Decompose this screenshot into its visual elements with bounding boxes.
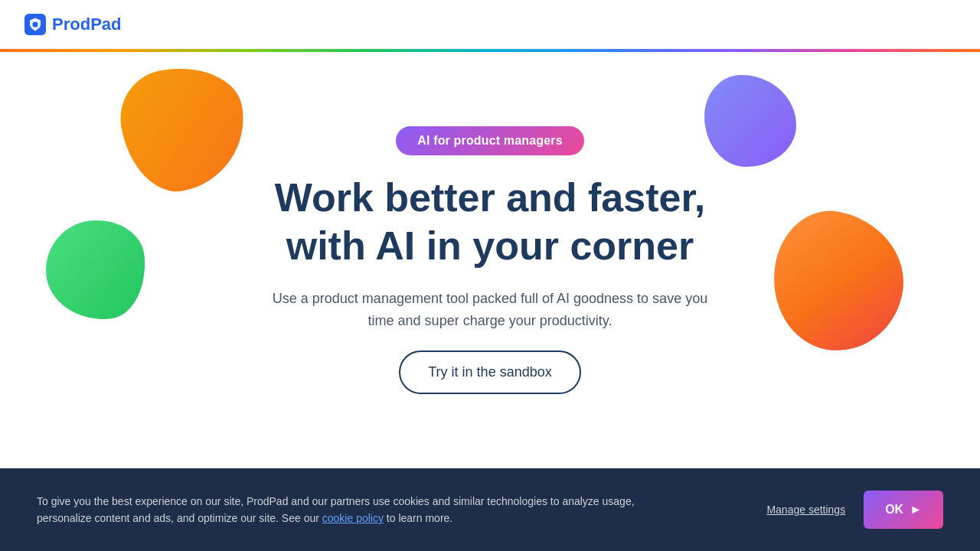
hero-title: Work better and faster, with AI in your …	[275, 174, 706, 269]
logo[interactable]: ProdPad	[24, 14, 121, 35]
blob-mid-left	[42, 217, 150, 324]
prodpad-logo-icon	[24, 14, 46, 35]
cookie-actions: Manage settings OK ►	[766, 491, 943, 529]
hero-subtitle: Use a product management tool packed ful…	[260, 288, 720, 332]
blob-mid-right	[763, 203, 915, 361]
blob-top-left	[113, 57, 254, 199]
cta-label: Try it in the sandbox	[428, 364, 551, 380]
badge-label: AI for product managers	[417, 134, 563, 147]
ok-label: OK	[885, 503, 903, 517]
manage-settings-button[interactable]: Manage settings	[766, 504, 845, 516]
sandbox-cta-button[interactable]: Try it in the sandbox	[399, 350, 580, 394]
hero-title-line2: with AI in your corner	[286, 223, 694, 268]
header: ProdPad	[0, 0, 980, 49]
logo-text: ProdPad	[52, 15, 121, 34]
ok-arrow-icon: ►	[910, 503, 922, 517]
cookie-text: To give you the best experience on our s…	[37, 493, 665, 527]
main-content: AI for product managers Work better and …	[0, 52, 980, 468]
cookie-policy-link[interactable]: cookie policy	[322, 512, 384, 524]
hero-title-line1: Work better and faster,	[275, 175, 706, 220]
cookie-banner: To give you the best experience on our s…	[0, 468, 980, 551]
svg-point-1	[33, 21, 38, 27]
ok-button[interactable]: OK ►	[864, 491, 943, 529]
cookie-link-text: cookie policy	[322, 512, 384, 524]
cookie-message-part2: to learn more.	[384, 512, 452, 524]
manage-settings-label: Manage settings	[766, 504, 845, 516]
ai-badge: AI for product managers	[396, 126, 584, 155]
hero-section: AI for product managers Work better and …	[260, 126, 720, 393]
